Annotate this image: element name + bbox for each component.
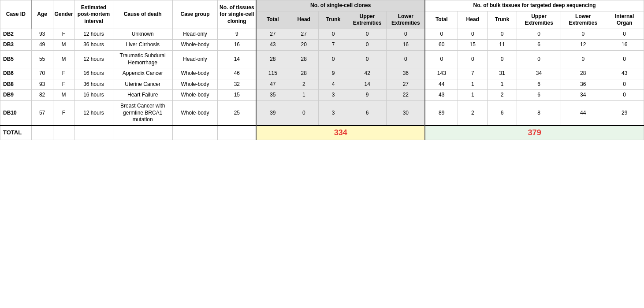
footer-bulk-total: 379 <box>425 126 644 140</box>
header-top-row: Case ID Age Gender Estimated post-mortem… <box>0 0 644 11</box>
col-header-tissues: No. of tissues for single-cell cloning <box>218 0 256 29</box>
footer-group <box>172 126 218 140</box>
table-row: DB349M36 hoursLiver CirrhosisWhole-body1… <box>0 40 644 51</box>
col-header-bulk-lower: Lower Extremities <box>561 11 605 29</box>
col-header-sc-trunk: Trunk <box>319 11 348 29</box>
col-header-case-id: Case ID <box>0 0 32 29</box>
main-table-wrapper: Case ID Age Gender Estimated post-mortem… <box>0 0 644 140</box>
footer-label: TOTAL <box>0 126 32 140</box>
data-table: Case ID Age Gender Estimated post-mortem… <box>0 0 644 140</box>
col-header-group: Case group <box>172 0 218 29</box>
table-row: DB982M16 hoursHeart FailureWhole-body153… <box>0 90 644 101</box>
footer-postmortem <box>74 126 113 140</box>
footer-gender <box>53 126 74 140</box>
footer-age <box>31 126 53 140</box>
table-row: DB293F12 hoursUnknownHead-only9272700000… <box>0 29 644 40</box>
footer-row: TOTAL 334 379 <box>0 126 644 140</box>
col-header-age: Age <box>31 0 53 29</box>
col-header-sc-upper: Upper Extremities <box>348 11 386 29</box>
col-header-sc-lower: Lower Extremities <box>387 11 425 29</box>
col-header-bulk-group: No. of bulk tissues for targeted deep se… <box>425 0 644 11</box>
footer-cause <box>113 126 172 140</box>
footer-sc-total: 334 <box>256 126 425 140</box>
col-header-gender: Gender <box>53 0 74 29</box>
table-row: DB1057F12 hoursBreast Cancer with germli… <box>0 100 644 125</box>
col-header-sc-head: Head <box>289 11 319 29</box>
footer-tissues <box>218 126 256 140</box>
table-row: DB555M12 hoursTraumatic Subdural Hemorrh… <box>0 50 644 68</box>
table-row: DB893F36 hoursUterine CancerWhole-body32… <box>0 79 644 90</box>
col-header-bulk-total: Total <box>425 11 458 29</box>
col-header-postmortem: Estimated post-mortem interval <box>74 0 113 29</box>
table-row: DB670F16 hoursAppendix CancerWhole-body4… <box>0 68 644 79</box>
col-header-bulk-head: Head <box>458 11 488 29</box>
col-header-bulk-upper: Upper Extremities <box>517 11 561 29</box>
col-header-bulk-trunk: Trunk <box>488 11 517 29</box>
col-header-cause: Cause of death <box>113 0 172 29</box>
col-header-bulk-internal: Internal Organ <box>605 11 644 29</box>
col-header-sc-total: Total <box>256 11 289 29</box>
col-header-sc-group: No. of single-cell clones <box>256 0 425 11</box>
